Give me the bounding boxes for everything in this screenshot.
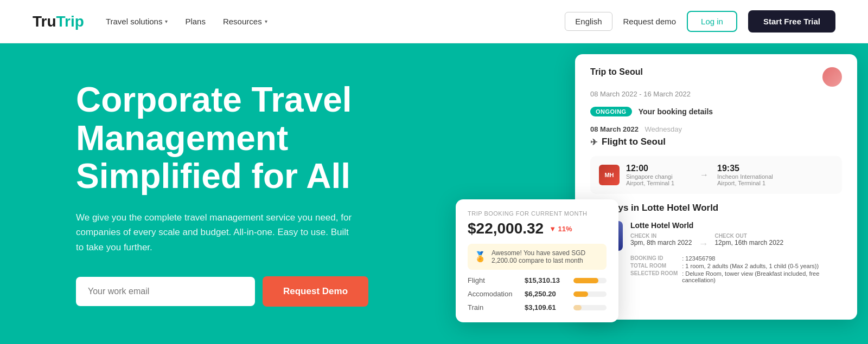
trip-dates: 08 March 2022 - 16 March 2022 — [590, 90, 842, 98]
nav-resources[interactable]: Resources ▾ — [223, 17, 267, 26]
analytics-amount: $22,000.32 ▼ 11% — [468, 220, 607, 237]
navbar: Tru Trip Travel solutions ▾ Plans Resour… — [0, 0, 868, 43]
flight-row: MH 12:00 Singapore changi Airport, Termi… — [590, 156, 842, 194]
hero-subtitle: We give you the complete travel manageme… — [76, 210, 358, 255]
booking-header: ONGOING Your booking details — [590, 107, 842, 116]
avatar — [822, 67, 842, 87]
bar-bg-flight — [573, 278, 607, 283]
analytics-row-train: Train $3,109.61 — [468, 303, 607, 311]
hotel-dates: CHECK IN 3pm, 8th march 2022 → CHECK OUT… — [630, 233, 842, 250]
checkout-info: CHECK OUT 12pm, 16th march 2022 — [714, 233, 783, 246]
hero-form: Request Demo — [76, 276, 423, 307]
analytics-row-flight: Flight $15,310.13 — [468, 276, 607, 284]
analytics-card: TRIP BOOKING FOR CURRENT MONTH $22,000.3… — [456, 199, 618, 322]
navbar-left: Tru Trip Travel solutions ▾ Plans Resour… — [33, 13, 267, 30]
hero-content: Corporate Travel Management Simplified f… — [76, 81, 423, 307]
analytics-rows: Flight $15,310.13 Accomodation $6,250.20… — [468, 276, 607, 311]
savings-icon: 🏅 — [474, 251, 486, 263]
booking-card-header: Trip to Seoul — [590, 67, 842, 87]
nav-plans[interactable]: Plans — [185, 17, 206, 26]
date-arrow-icon: → — [698, 238, 708, 250]
checkin-info: CHECK IN 3pm, 8th march 2022 — [630, 233, 692, 246]
request-demo-link[interactable]: Request demo — [623, 17, 676, 26]
bar-bg-accommodation — [573, 291, 607, 297]
bar-accommodation — [573, 291, 588, 297]
navbar-right: English Request demo Log in Start Free T… — [565, 10, 835, 33]
hero-section: Corporate Travel Management Simplified f… — [0, 43, 868, 344]
bar-flight — [573, 278, 598, 283]
language-selector[interactable]: English — [565, 12, 612, 31]
status-badge: ONGOING — [590, 107, 632, 116]
logo[interactable]: Tru Trip — [33, 13, 84, 30]
chevron-down-icon: ▾ — [165, 18, 168, 24]
plane-icon: ✈ — [590, 137, 597, 147]
hero-mockups: Trip to Seoul 08 March 2022 - 16 March 2… — [434, 43, 868, 344]
bar-train — [573, 305, 582, 310]
stays-row: Lotte Hotel World CHECK IN 3pm, 8th marc… — [590, 221, 842, 283]
request-demo-button[interactable]: Request Demo — [263, 276, 368, 307]
airline-logo: MH — [599, 165, 620, 185]
nav-links: Travel solutions ▾ Plans Resources ▾ — [106, 17, 267, 26]
logo-trip: Trip — [56, 13, 84, 30]
savings-banner: 🏅 Awesome! You have saved SGD 2,200.00 c… — [468, 244, 607, 270]
booking-details-label: Your booking details — [639, 107, 713, 116]
analytics-row-accommodation: Accomodation $6,250.20 — [468, 290, 607, 298]
bar-bg-train — [573, 305, 607, 310]
chevron-down-icon-resources: ▾ — [265, 18, 267, 24]
flight-arrow-icon: → — [700, 170, 709, 180]
email-input[interactable] — [76, 277, 255, 306]
booking-section-date: 08 March 2022 Wednesday — [590, 125, 842, 133]
login-button[interactable]: Log in — [687, 11, 737, 32]
hotel-info: Lotte Hotel World CHECK IN 3pm, 8th marc… — [630, 221, 842, 283]
stays-title: 🛏 Stays in Lotte Hotel World — [590, 203, 842, 213]
depart-detail: 12:00 Singapore changi Airport, Terminal… — [626, 164, 691, 186]
start-trial-button[interactable]: Start Free Trial — [748, 10, 835, 33]
hero-title: Corporate Travel Management Simplified f… — [76, 81, 423, 195]
trip-title: Trip to Seoul — [590, 67, 643, 77]
flight-section-title: ✈ Flight to Seoul — [590, 137, 842, 147]
nav-travel-solutions[interactable]: Travel solutions ▾ — [106, 17, 168, 26]
arrive-detail: 19:35 Incheon International Airport, Ter… — [717, 164, 782, 186]
booking-meta: BOOKING ID : 123456798 TOTAL ROOM : 1 ro… — [630, 255, 842, 283]
trend-indicator: ▼ 11% — [549, 225, 572, 233]
logo-tru: Tru — [33, 13, 56, 30]
